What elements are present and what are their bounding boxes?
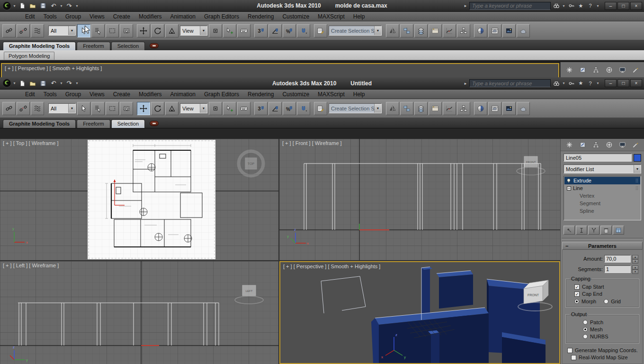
select-and-manipulate-button[interactable] — [223, 24, 236, 37]
keyboard-shortcut-override-button[interactable] — [237, 24, 250, 37]
select-and-rotate-button[interactable] — [151, 24, 164, 37]
viewcube-top-label[interactable]: TOP — [248, 162, 255, 165]
edit-named-selection-sets-button[interactable] — [314, 102, 327, 115]
morph-radio[interactable]: Morph — [574, 299, 596, 304]
menu-group[interactable]: Group — [61, 12, 85, 21]
stack-item-line[interactable]: − Line — [564, 184, 640, 192]
angle-snap-toggle-button[interactable] — [268, 24, 282, 37]
viewcube-front-label[interactable]: FRONT — [526, 161, 536, 164]
spinner-down-icon[interactable]: ▼ — [632, 270, 638, 274]
command-panel-tab-motion[interactable] — [604, 65, 614, 75]
segments-input[interactable] — [604, 265, 631, 273]
perspective-viewport-partial[interactable]: [ + ] [ Perspective ] [ Smooth + Highlig… — [1, 63, 559, 78]
collapse-box-icon[interactable]: − — [567, 186, 571, 191]
material-editor-button[interactable] — [474, 102, 487, 115]
keyboard-shortcut-override-button[interactable] — [237, 102, 250, 115]
remove-modifier-button[interactable] — [600, 226, 612, 235]
show-end-result-button[interactable] — [576, 226, 587, 235]
select-and-manipulate-button[interactable] — [223, 102, 236, 115]
search-communities-button[interactable] — [552, 79, 560, 87]
maximize-button[interactable]: □ — [617, 2, 629, 10]
viewcube-left-label[interactable]: LEFT — [246, 290, 253, 292]
command-panel-tab-hierarchy[interactable] — [590, 140, 601, 150]
help-button[interactable]: ? — [586, 2, 594, 10]
command-panel-tab-utilities[interactable] — [630, 140, 641, 150]
menu-tools[interactable]: Tools — [39, 12, 61, 21]
command-panel-tab-create[interactable] — [564, 140, 574, 150]
select-and-move-button[interactable] — [137, 102, 150, 115]
menu-views[interactable]: Views — [85, 12, 109, 21]
command-panel-tab-motion[interactable] — [604, 140, 614, 150]
segments-spinner[interactable]: ▲▼ — [632, 265, 638, 273]
stack-subitem-segment[interactable]: Segment — [564, 200, 640, 207]
mirror-button[interactable] — [386, 24, 399, 37]
rendered-frame-window-button[interactable] — [502, 24, 516, 37]
rendered-frame-window-button[interactable] — [502, 102, 516, 115]
use-pivot-point-center-button[interactable] — [209, 24, 222, 37]
viewport-front[interactable]: [ + ] [ Front ] [ Wireframe ] — [279, 139, 560, 260]
app-logo-button[interactable] — [2, 1, 11, 10]
curve-editor-button[interactable] — [443, 102, 456, 115]
undo-button[interactable]: ↶ — [49, 79, 58, 88]
reference-coordinate-system-dropdown[interactable]: View▼ — [180, 26, 207, 36]
command-panel-tab-display[interactable] — [617, 65, 627, 75]
layer-manager-button[interactable] — [414, 102, 428, 115]
ribbon-tab-graphite-modeling-tools[interactable]: Graphite Modeling Tools — [3, 119, 76, 128]
subscription-center-button[interactable] — [567, 79, 575, 87]
open-file-button[interactable] — [28, 1, 37, 10]
rectangular-selection-region-button[interactable] — [106, 102, 119, 115]
stack-item-extrude[interactable]: Extrude — [564, 177, 640, 184]
stack-subitem-vertex[interactable]: Vertex — [564, 192, 640, 200]
menu-group[interactable]: Group — [61, 90, 85, 99]
app-menu-arrow-icon[interactable]: ▾ — [12, 81, 17, 85]
drag-grip-icon[interactable] — [635, 185, 639, 191]
layer-manager-button[interactable] — [414, 24, 428, 37]
viewport-top[interactable]: [ + ] [ Top ] [ Wireframe ] — [0, 139, 278, 260]
percent-snap-toggle-button[interactable]: % — [283, 102, 296, 115]
cap-end-checkbox[interactable]: ✓Cap End — [574, 291, 637, 297]
spinner-up-icon[interactable]: ▲ — [632, 265, 638, 270]
redo-history-arrow[interactable]: ▾ — [75, 4, 79, 8]
menu-tools[interactable]: Tools — [39, 90, 61, 99]
bind-to-space-warp-button[interactable] — [31, 102, 44, 115]
viewport-perspective[interactable]: [ + ] [ Perspective ] [ Smooth + Highlig… — [279, 261, 560, 364]
snaps-toggle-button[interactable]: 3 — [254, 102, 268, 115]
spinner-up-icon[interactable]: ▲ — [632, 255, 638, 259]
modifier-list-dropdown[interactable]: Modifier List ▼ — [564, 164, 641, 173]
menu-rendering[interactable]: Rendering — [243, 12, 278, 21]
ribbon-tab-selection[interactable]: Selection — [111, 42, 145, 50]
ribbon-tab-graphite-modeling-tools[interactable]: Graphite Modeling Tools — [3, 42, 76, 50]
select-and-link-button[interactable] — [2, 102, 16, 115]
viewport-left[interactable]: [ + ] [ Left ] [ Wireframe ] — [0, 261, 278, 364]
menu-edit[interactable]: Edit — [21, 90, 39, 99]
undo-history-arrow[interactable]: ▾ — [59, 81, 63, 85]
command-panel-tab-display[interactable] — [617, 140, 627, 150]
new-scene-button[interactable] — [18, 1, 27, 10]
object-color-swatch[interactable] — [634, 154, 641, 162]
redo-button[interactable]: ↷ — [64, 1, 74, 10]
curve-editor-button[interactable] — [443, 24, 456, 37]
percent-snap-toggle-button[interactable]: % — [283, 24, 296, 37]
menu-customize[interactable]: Customize — [278, 12, 313, 21]
app-menu-arrow-icon[interactable]: ▾ — [12, 4, 17, 8]
grid-radio[interactable]: Grid — [604, 299, 621, 304]
drag-grip-icon[interactable] — [635, 178, 639, 183]
pin-stack-button[interactable] — [564, 226, 575, 235]
render-setup-button[interactable] — [488, 102, 501, 115]
search-expand-button[interactable]: ▸ — [463, 81, 468, 86]
patch-radio[interactable]: Patch — [583, 319, 637, 325]
menu-modifiers[interactable]: Modifiers — [134, 90, 166, 99]
nurbs-radio[interactable]: NURBS — [583, 334, 637, 339]
favorites-button[interactable]: ★ — [577, 2, 585, 10]
redo-history-arrow[interactable]: ▾ — [75, 81, 79, 85]
viewport-label[interactable]: [ + ] [ Perspective ] [ Smooth + Highlig… — [5, 65, 102, 71]
command-panel-tab-modify[interactable] — [577, 140, 588, 150]
snaps-toggle-button[interactable]: 3 — [254, 24, 268, 37]
menu-graph-editors[interactable]: Graph Editors — [200, 90, 243, 99]
edit-named-selection-sets-button[interactable] — [314, 24, 327, 37]
select-and-uniform-scale-button[interactable] — [165, 102, 179, 115]
minimize-button[interactable]: – — [605, 2, 617, 10]
search-expand-button[interactable]: ▸ — [463, 3, 468, 8]
viewport-front-label[interactable]: [ + ] [ Front ] [ Wireframe ] — [282, 140, 342, 146]
infocenter-search-input[interactable] — [469, 2, 551, 10]
